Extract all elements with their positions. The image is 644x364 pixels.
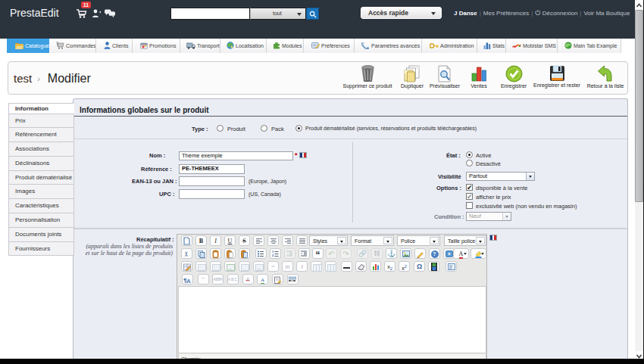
svg-text:A: A xyxy=(186,278,191,284)
svg-text:2: 2 xyxy=(272,254,274,257)
